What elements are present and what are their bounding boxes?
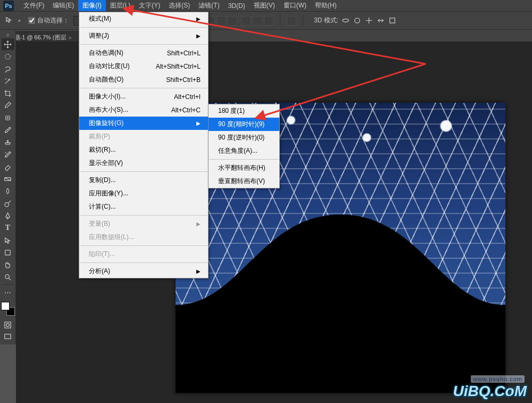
svg-point-10 xyxy=(6,323,10,326)
menu-item: 裁剪(P) xyxy=(79,130,208,143)
auto-select-checkbox[interactable]: 自动选择： xyxy=(28,16,69,25)
svg-rect-2 xyxy=(390,18,395,22)
magic-wand-tool[interactable] xyxy=(2,75,14,87)
shape-tool[interactable] xyxy=(2,246,14,258)
path-selection-tool[interactable] xyxy=(2,234,14,246)
svg-point-0 xyxy=(343,19,348,22)
healing-brush-tool[interactable] xyxy=(2,112,14,124)
menu-item[interactable]: 应用图像(Y)... xyxy=(79,187,208,200)
menu-edit[interactable]: 编辑(E) xyxy=(48,0,78,11)
menu-item[interactable]: 自动对比度(U)Alt+Shift+Ctrl+L xyxy=(79,60,208,73)
lasso-tool[interactable] xyxy=(2,63,14,75)
distribute-group-1 xyxy=(205,16,237,26)
submenu-item[interactable]: 垂直翻转画布(V) xyxy=(209,175,279,188)
eyedropper-tool[interactable] xyxy=(2,100,14,111)
menu-item: 变量(B)▶ xyxy=(79,217,208,231)
toolbar: » T ⋯ xyxy=(0,30,16,344)
close-icon[interactable]: × xyxy=(69,35,72,41)
ps-logo: Ps xyxy=(3,1,14,11)
submenu-item[interactable]: 任意角度(A)... xyxy=(209,144,279,158)
menu-item: 陷印(T)... xyxy=(79,248,208,261)
watermark-main: UiBQ.CoM xyxy=(453,383,527,400)
submenu-item[interactable]: 水平翻转画布(H) xyxy=(209,161,279,175)
dodge-tool[interactable] xyxy=(2,198,14,209)
svg-point-8 xyxy=(5,274,10,278)
foreground-color-swatch[interactable] xyxy=(1,302,10,310)
svg-point-3 xyxy=(5,54,10,59)
chevron-right-icon: ▶ xyxy=(196,120,201,126)
menu-item[interactable]: 自动颜色(O)Shift+Ctrl+B xyxy=(79,73,208,86)
menu-item[interactable]: 模式(M)▶ xyxy=(79,12,208,26)
image-menu-dropdown: 模式(M)▶调整(J)▶自动色调(N)Shift+Ctrl+L自动对比度(U)A… xyxy=(79,12,209,278)
distribute-btn[interactable] xyxy=(217,16,226,26)
distribute-group-2 xyxy=(242,16,273,26)
3d-orbit-icon[interactable] xyxy=(342,17,350,25)
menu-item: 应用数据组(L)... xyxy=(79,231,208,244)
screen-mode-button[interactable] xyxy=(2,331,14,342)
menu-image[interactable]: 图像(I) xyxy=(78,0,105,11)
options-dropdown-arrow[interactable]: ▾ xyxy=(18,18,21,23)
3d-scale-icon[interactable] xyxy=(388,17,397,25)
menu-item[interactable]: 图像旋转(G)▶ xyxy=(79,117,208,130)
distribute-btn[interactable] xyxy=(242,16,251,26)
distribute-btn[interactable] xyxy=(228,16,237,26)
image-rotation-submenu: 180 度(1)90 度(顺时针)(9)90 度(逆时针)(0)任意角度(A).… xyxy=(208,104,280,188)
menu-item[interactable]: 画布大小(S)...Alt+Ctrl+C xyxy=(79,103,208,117)
eraser-tool[interactable] xyxy=(2,161,14,172)
menu-layer[interactable]: 图层(L) xyxy=(106,0,135,11)
3d-roll-icon[interactable] xyxy=(353,17,362,25)
auto-align-button[interactable] xyxy=(287,16,296,26)
menu-select[interactable]: 选择(S) xyxy=(164,0,194,11)
menu-view[interactable]: 视图(V) xyxy=(250,0,279,11)
submenu-item[interactable]: 90 度(顺时针)(9) xyxy=(209,118,279,131)
svg-point-6 xyxy=(5,202,9,207)
edit-toolbar-button[interactable]: ⋯ xyxy=(2,286,14,298)
type-tool[interactable]: T xyxy=(2,222,14,234)
chevron-right-icon: ▶ xyxy=(196,33,201,39)
watermark-secondary: www.psaho.com xyxy=(471,375,525,383)
submenu-item[interactable]: 180 度(1) xyxy=(209,104,279,118)
menu-filter[interactable]: 滤镜(T) xyxy=(194,0,223,11)
document-tab-title: 题-1 @ 66.7% (图层 xyxy=(14,34,66,42)
crop-tool[interactable] xyxy=(2,87,14,99)
menu-window[interactable]: 窗口(W) xyxy=(279,0,311,11)
hand-tool[interactable] xyxy=(2,259,14,270)
chevron-right-icon: ▶ xyxy=(196,221,201,227)
menu-item[interactable]: 分析(A)▶ xyxy=(79,265,208,278)
menu-item[interactable]: 调整(J)▶ xyxy=(79,29,208,43)
submenu-item[interactable]: 90 度(逆时针)(0) xyxy=(209,131,279,144)
distribute-btn[interactable] xyxy=(264,16,273,26)
move-tool[interactable] xyxy=(2,38,14,50)
3d-slide-icon[interactable] xyxy=(377,17,385,25)
blur-tool[interactable] xyxy=(2,185,14,197)
menu-item[interactable]: 图像大小(I)...Alt+Ctrl+I xyxy=(79,90,208,103)
zoom-tool[interactable] xyxy=(2,271,14,283)
gradient-tool[interactable] xyxy=(2,173,14,185)
pen-tool[interactable] xyxy=(2,210,14,221)
brush-tool[interactable] xyxy=(2,124,14,136)
menu-help[interactable]: 帮助(H) xyxy=(311,0,341,11)
auto-select-label: 自动选择： xyxy=(37,16,69,25)
svg-rect-7 xyxy=(5,250,10,254)
menu-type[interactable]: 文字(Y) xyxy=(135,0,164,11)
clone-stamp-tool[interactable] xyxy=(2,136,14,148)
menu-file[interactable]: 文件(F) xyxy=(19,0,48,11)
color-swatches[interactable] xyxy=(1,302,15,316)
quick-mask-toggle[interactable] xyxy=(2,319,14,330)
history-brush-tool[interactable] xyxy=(2,149,14,160)
mode-3d-label: 3D 模式: xyxy=(314,16,338,25)
chevron-right-icon: ▶ xyxy=(196,268,201,274)
menu-item[interactable]: 裁切(R)... xyxy=(79,143,208,157)
menu-item[interactable]: 计算(C)... xyxy=(79,200,208,213)
menu-item[interactable]: 显示全部(V) xyxy=(79,157,208,170)
distribute-btn[interactable] xyxy=(253,16,262,26)
svg-rect-11 xyxy=(5,334,11,338)
marquee-tool[interactable] xyxy=(2,51,14,62)
menubar: Ps 文件(F) 编辑(E) 图像(I) 图层(L) 文字(Y) 选择(S) 滤… xyxy=(0,0,532,12)
svg-point-1 xyxy=(355,18,360,22)
3d-pan-icon[interactable] xyxy=(365,17,373,25)
toolbar-expand-icon[interactable]: » xyxy=(6,32,10,38)
menu-item[interactable]: 复制(D)... xyxy=(79,174,208,187)
menu-item[interactable]: 自动色调(N)Shift+Ctrl+L xyxy=(79,46,208,60)
menu-3d[interactable]: 3D(D) xyxy=(224,1,250,11)
